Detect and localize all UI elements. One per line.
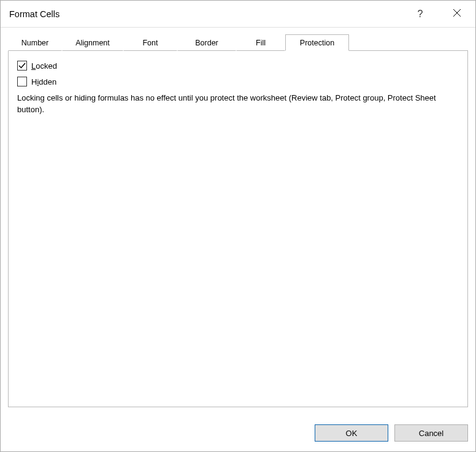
tab-label: Font: [142, 39, 158, 47]
button-label: Cancel: [419, 429, 443, 438]
checkbox-locked-row[interactable]: Locked: [17, 61, 459, 71]
tab-protection[interactable]: Protection: [285, 34, 349, 51]
cancel-button[interactable]: Cancel: [394, 424, 468, 442]
close-icon: [453, 9, 461, 19]
dialog-body: Number Alignment Font Border Fill Protec…: [1, 28, 475, 415]
titlebar: Format Cells ?: [1, 1, 475, 28]
dialog-button-row: OK Cancel: [1, 415, 475, 451]
tab-label: Protection: [300, 39, 334, 47]
help-button[interactable]: ?: [402, 1, 439, 28]
checkbox-locked[interactable]: [17, 61, 27, 71]
tab-border[interactable]: Border: [177, 34, 236, 51]
checkbox-hidden[interactable]: [17, 77, 27, 86]
tab-fill[interactable]: Fill: [236, 34, 285, 51]
tabpane-protection: Locked Hidden Locking cells or hiding fo…: [8, 51, 468, 407]
protection-info-text: Locking cells or hiding formulas has no …: [17, 93, 459, 116]
tab-font[interactable]: Font: [123, 34, 177, 51]
button-label: OK: [346, 429, 358, 438]
checkbox-hidden-row[interactable]: Hidden: [17, 77, 459, 86]
tab-label: Border: [195, 39, 218, 47]
close-button[interactable]: [439, 1, 475, 28]
tab-alignment[interactable]: Alignment: [62, 34, 123, 51]
ok-button[interactable]: OK: [315, 424, 388, 442]
help-icon: ?: [418, 9, 423, 20]
tab-label: Fill: [256, 39, 266, 47]
tab-number[interactable]: Number: [8, 34, 62, 51]
checkbox-hidden-label: Hidden: [31, 77, 56, 86]
checkbox-locked-label: Locked: [31, 61, 57, 71]
format-cells-dialog: Format Cells ? Number Alignment Font Bor…: [0, 0, 476, 452]
tab-label: Number: [21, 39, 48, 47]
checkmark-icon: [18, 62, 26, 69]
tab-label: Alignment: [75, 39, 110, 47]
dialog-title: Format Cells: [9, 9, 60, 19]
tabstrip: Number Alignment Font Border Fill Protec…: [8, 34, 468, 51]
